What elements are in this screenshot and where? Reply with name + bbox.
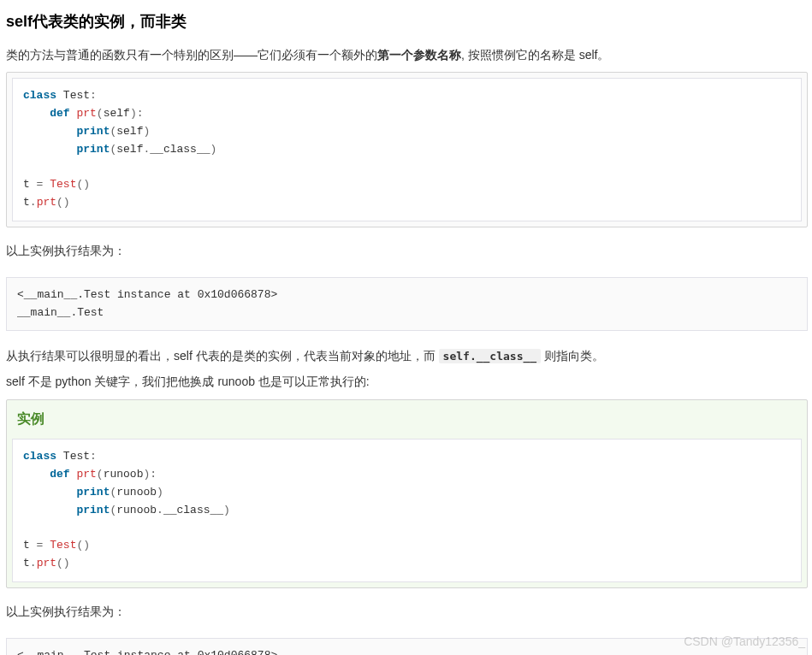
result-label: 以上实例执行结果为： [6, 241, 808, 262]
example-title: 实例 [7, 400, 807, 434]
text: 则指向类。 [541, 349, 604, 363]
inline-code: self.__class__ [439, 349, 542, 363]
paragraph-intro: 类的方法与普通的函数只有一个特别的区别——它们必须有一个额外的第一个参数名称, … [6, 45, 808, 66]
bold-term: 第一个参数名称 [377, 48, 461, 62]
section-heading: self代表类的实例，而非类 [6, 9, 808, 35]
code-content: class Test: def prt(runoob): print(runoo… [12, 439, 802, 582]
text: 类的方法与普通的函数只有一个特别的区别——它们必须有一个额外的 [6, 48, 377, 62]
code-content: class Test: def prt(self): print(self) p… [12, 78, 802, 221]
example-block: 实例 class Test: def prt(runoob): print(ru… [6, 399, 808, 588]
output-block-1: <__main__.Test instance at 0x10d066878> … [6, 277, 808, 332]
text: , 按照惯例它的名称是 self。 [461, 48, 609, 62]
paragraph-note: self 不是 python 关键字，我们把他换成 runoob 也是可以正常执… [6, 372, 808, 392]
text: 从执行结果可以很明显的看出，self 代表的是类的实例，代表当前对象的地址，而 [6, 349, 439, 363]
paragraph-explanation: 从执行结果可以很明显的看出，self 代表的是类的实例，代表当前对象的地址，而 … [6, 346, 808, 367]
result-label: 以上实例执行结果为： [6, 602, 808, 623]
code-block-1: class Test: def prt(self): print(self) p… [6, 72, 808, 227]
output-block-2: <__main__.Test instance at 0x10d066878> … [6, 638, 808, 655]
